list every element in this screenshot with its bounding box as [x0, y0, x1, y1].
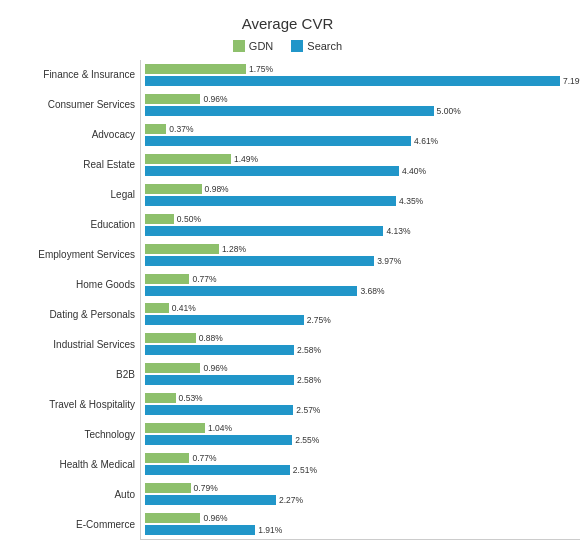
y-label: Health & Medical — [10, 452, 135, 478]
bar-group: 0.77%2.51% — [145, 451, 580, 477]
bar-search — [145, 315, 304, 325]
y-label: B2B — [10, 362, 135, 388]
bar-gdn — [145, 124, 166, 134]
bar-gdn-label: 1.28% — [222, 244, 246, 254]
y-label: Advocacy — [10, 122, 135, 148]
bar-row-gdn: 0.77% — [145, 453, 580, 464]
bar-gdn-label: 0.96% — [203, 513, 227, 523]
bar-group: 0.50%4.13% — [145, 212, 580, 238]
bar-search-label: 4.13% — [386, 226, 410, 236]
bar-group: 0.88%2.58% — [145, 331, 580, 357]
bar-search-label: 3.97% — [377, 256, 401, 266]
bar-search-label: 4.35% — [399, 196, 423, 206]
bar-search-label: 2.57% — [296, 405, 320, 415]
bar-gdn — [145, 94, 200, 104]
y-label: Dating & Personals — [10, 302, 135, 328]
bar-search-label: 2.58% — [297, 345, 321, 355]
bar-gdn-label: 0.79% — [194, 483, 218, 493]
bar-search — [145, 256, 374, 266]
bar-search — [145, 166, 399, 176]
bar-search — [145, 435, 292, 445]
bar-gdn-label: 0.96% — [203, 94, 227, 104]
bar-search — [145, 465, 290, 475]
bar-row-gdn: 0.41% — [145, 303, 580, 314]
bar-gdn-label: 0.37% — [169, 124, 193, 134]
bar-search — [145, 76, 560, 86]
bar-group: 0.77%3.68% — [145, 272, 580, 298]
bar-group: 1.28%3.97% — [145, 242, 580, 268]
bars-area: 1.75%7.19%0.96%5.00%0.37%4.61%1.49%4.40%… — [140, 60, 580, 540]
bar-search-label: 2.51% — [293, 465, 317, 475]
bar-search — [145, 106, 434, 116]
bar-row-search: 4.61% — [145, 135, 580, 146]
bar-search-label: 2.55% — [295, 435, 319, 445]
bar-gdn-label: 0.77% — [192, 274, 216, 284]
bar-group: 0.96%2.58% — [145, 361, 580, 387]
bar-gdn-label: 0.77% — [192, 453, 216, 463]
bar-search — [145, 226, 383, 236]
bar-search — [145, 495, 276, 505]
bar-group: 1.75%7.19% — [145, 62, 580, 88]
y-label: Employment Services — [10, 242, 135, 268]
bar-gdn-label: 0.41% — [172, 303, 196, 313]
bar-row-gdn: 0.96% — [145, 93, 580, 104]
bar-row-search: 4.35% — [145, 195, 580, 206]
bar-row-gdn: 0.50% — [145, 213, 580, 224]
bar-row-gdn: 0.53% — [145, 393, 580, 404]
y-label: Technology — [10, 422, 135, 448]
bar-search-label: 2.58% — [297, 375, 321, 385]
legend-gdn-label: GDN — [249, 40, 273, 52]
bar-gdn — [145, 483, 191, 493]
y-label: Consumer Services — [10, 92, 135, 118]
bar-row-gdn: 0.79% — [145, 483, 580, 494]
bar-search — [145, 286, 357, 296]
bar-group: 0.37%4.61% — [145, 122, 580, 148]
bar-group: 0.41%2.75% — [145, 301, 580, 327]
legend: GDN Search — [10, 40, 565, 52]
bar-row-gdn: 0.98% — [145, 183, 580, 194]
bar-gdn — [145, 244, 219, 254]
bar-row-search: 2.58% — [145, 345, 580, 356]
bar-group: 0.96%1.91% — [145, 511, 580, 537]
y-label: Home Goods — [10, 272, 135, 298]
y-label: Real Estate — [10, 152, 135, 178]
bar-row-gdn: 1.49% — [145, 153, 580, 164]
bar-gdn — [145, 184, 202, 194]
bar-gdn — [145, 333, 196, 343]
bar-row-search: 5.00% — [145, 105, 580, 116]
bar-group: 0.79%2.27% — [145, 481, 580, 507]
bar-row-gdn: 0.37% — [145, 123, 580, 134]
y-axis: Finance & InsuranceConsumer ServicesAdvo… — [10, 60, 140, 540]
legend-search-box — [291, 40, 303, 52]
bar-row-gdn: 1.75% — [145, 63, 580, 74]
bar-search — [145, 525, 255, 535]
bar-group: 0.98%4.35% — [145, 182, 580, 208]
bar-gdn — [145, 393, 176, 403]
bar-gdn-label: 0.96% — [203, 363, 227, 373]
chart-container: Average CVR GDN Search Finance & Insuran… — [0, 0, 580, 555]
bar-search — [145, 375, 294, 385]
bar-row-search: 2.27% — [145, 495, 580, 506]
bar-row-search: 2.75% — [145, 315, 580, 326]
bar-search-label: 3.68% — [360, 286, 384, 296]
bar-search — [145, 345, 294, 355]
bar-group: 0.53%2.57% — [145, 391, 580, 417]
bar-row-gdn: 0.88% — [145, 333, 580, 344]
bar-search — [145, 136, 411, 146]
bar-row-search: 2.55% — [145, 435, 580, 446]
bar-gdn-label: 1.75% — [249, 64, 273, 74]
bar-row-search: 2.57% — [145, 405, 580, 416]
bar-row-gdn: 1.04% — [145, 423, 580, 434]
bar-gdn — [145, 214, 174, 224]
y-label: Industrial Services — [10, 332, 135, 358]
legend-gdn-box — [233, 40, 245, 52]
y-label: Legal — [10, 182, 135, 208]
bar-gdn — [145, 453, 189, 463]
bar-search-label: 5.00% — [437, 106, 461, 116]
bar-search-label: 1.91% — [258, 525, 282, 535]
bar-group: 1.04%2.55% — [145, 421, 580, 447]
bar-row-search: 3.68% — [145, 285, 580, 296]
bar-gdn — [145, 363, 200, 373]
bar-search-label: 4.40% — [402, 166, 426, 176]
bar-gdn — [145, 303, 169, 313]
